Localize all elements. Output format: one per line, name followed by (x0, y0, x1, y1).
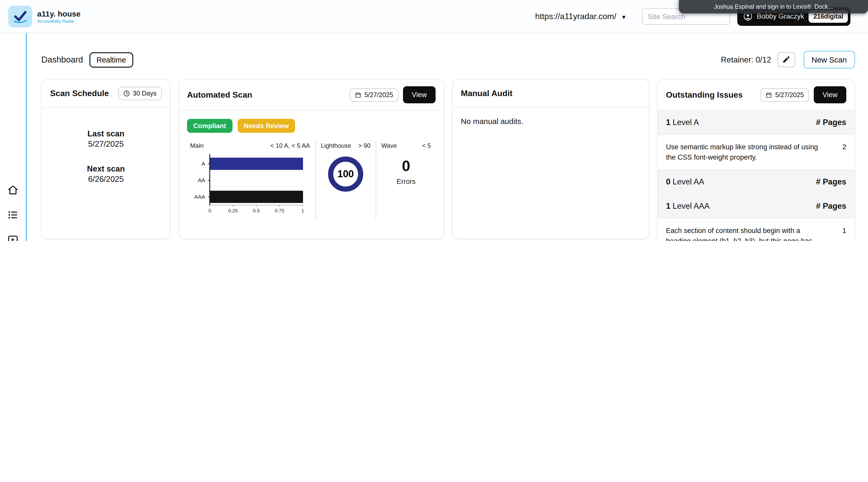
wave-target: < 5 (422, 142, 431, 149)
issue-description: Each section of content should begin wit… (666, 226, 821, 241)
wave-panel: Wave < 5 0 Errors (376, 140, 436, 220)
last-scan-date: 5/27/2025 (88, 139, 124, 149)
toast-text: Joshua Espinal and sign in to Lexis®. Do… (714, 4, 833, 10)
svg-text:AA: AA (198, 177, 205, 183)
last-scan-label: Last scan (87, 129, 124, 138)
wave-label: Wave (381, 142, 397, 149)
issue-page-count: 1 (842, 226, 846, 234)
send-icon[interactable] (7, 233, 19, 241)
site-url: https://a11yradar.com/ (535, 12, 616, 21)
svg-text:0: 0 (209, 208, 211, 213)
automated-scan-stats: Main < 10 A, < 5 AA AAAAAA00.250.50.751 … (179, 139, 444, 220)
home-icon[interactable] (7, 184, 19, 196)
issue-detail-row[interactable]: Use semantic markup like strong instead … (658, 135, 855, 170)
outstanding-date-badge[interactable]: 5/27/2025 (761, 88, 809, 101)
clock-icon (123, 90, 130, 96)
main-panel-label: Main (190, 142, 204, 149)
main-content: Dashboard Realtime Retainer: 0/12 New Sc… (27, 33, 868, 241)
realtime-button[interactable]: Realtime (89, 52, 133, 67)
compliance-bar-chart: AAAAAA00.250.50.751 (190, 150, 308, 218)
next-scan-date: 6/26/2025 (88, 174, 124, 184)
notification-toast[interactable]: Joshua Espinal and sign in to Lexis®. Do… (679, 0, 868, 13)
new-scan-button[interactable]: New Scan (803, 51, 855, 69)
lighthouse-target: > 90 (358, 142, 370, 149)
level-label: 1 Level AAA (666, 201, 710, 211)
pages-column-label: # Pages (816, 201, 846, 211)
automated-scan-date: 5/27/2025 (365, 91, 393, 98)
edit-retainer-button[interactable] (777, 52, 795, 67)
chevron-down-icon: ▼ (621, 14, 627, 20)
issue-detail-row[interactable]: Each section of content should begin wit… (658, 219, 855, 241)
page-title: Dashboard (41, 55, 83, 65)
issue-level-row[interactable]: 1 Level AAA# Pages (658, 194, 855, 219)
app-title: a11y. house (37, 9, 81, 18)
outstanding-date: 5/27/2025 (775, 91, 804, 98)
outstanding-issues-card: Outstanding Issues 5/27/2025 View 1 Leve… (657, 79, 855, 241)
automated-scan-title: Automated Scan (187, 90, 350, 99)
scan-interval-label: 30 Days (133, 90, 157, 97)
page-header: Dashboard Realtime Retainer: 0/12 New Sc… (41, 51, 855, 69)
site-url-selector[interactable]: https://a11yradar.com/ ▼ (535, 12, 627, 21)
svg-text:1: 1 (302, 208, 304, 213)
issue-level-row[interactable]: 0 Level AA# Pages (658, 170, 855, 194)
app-subtitle: Accessibility Radar (37, 18, 81, 24)
main-panel: Main < 10 A, < 5 AA AAAAAA00.250.50.751 (185, 140, 315, 220)
scan-schedule-title: Scan Schedule (50, 89, 118, 98)
list-icon[interactable] (7, 209, 19, 221)
scan-schedule-card: Scan Schedule 30 Days Last scan 5/27/202… (41, 79, 170, 239)
logo-check-icon (8, 5, 32, 27)
issue-level-row[interactable]: 1 Level A# Pages (658, 110, 855, 135)
svg-text:0.5: 0.5 (253, 208, 259, 213)
retainer-counter: Retainer: 0/12 (721, 55, 771, 64)
pages-column-label: # Pages (816, 118, 846, 127)
logo[interactable]: a11y. house Accessibility Radar (8, 5, 81, 27)
lighthouse-score-donut: 100 (328, 157, 363, 192)
automated-scan-view-button[interactable]: View (403, 86, 436, 103)
status-badge[interactable]: Compliant (187, 119, 232, 133)
manual-audit-title: Manual Audit (461, 89, 641, 98)
sidebar (0, 33, 27, 241)
wave-error-caption: Errors (381, 178, 431, 186)
manual-audit-card: Manual Audit No manual audits. (452, 79, 649, 239)
wave-error-count: 0 (381, 158, 431, 174)
manual-audit-empty-text: No manual audits. (453, 107, 649, 135)
pencil-icon (782, 56, 790, 64)
next-scan-label: Next scan (87, 164, 125, 173)
calendar-icon (766, 92, 772, 98)
account-name: Bobby Graczyk (757, 12, 804, 20)
scan-schedule-body: Last scan 5/27/2025 Next scan 6/26/2025 (42, 107, 170, 198)
level-label: 0 Level AA (666, 177, 704, 187)
automated-scan-date-badge[interactable]: 5/27/2025 (350, 88, 398, 101)
level-label: 1 Level A (666, 118, 699, 127)
svg-text:A: A (202, 161, 205, 167)
svg-text:0.75: 0.75 (275, 208, 284, 213)
lighthouse-label: Lighthouse (321, 142, 351, 149)
pages-column-label: # Pages (816, 177, 846, 187)
svg-text:0.25: 0.25 (228, 208, 238, 213)
outstanding-rows: 1 Level A# PagesUse semantic markup like… (658, 110, 855, 241)
scan-interval-badge[interactable]: 30 Days (118, 87, 162, 100)
outstanding-view-button[interactable]: View (814, 86, 846, 103)
svg-text:AAA: AAA (194, 194, 205, 200)
calendar-icon (355, 92, 362, 98)
status-badge[interactable]: Needs Review (238, 119, 295, 133)
issue-page-count: 2 (842, 142, 846, 151)
main-panel-target: < 10 A, < 5 AA (271, 142, 310, 149)
lighthouse-score: 100 (337, 168, 354, 180)
app-root: a11y. house Accessibility Radar https://… (0, 0, 868, 241)
automated-scan-card: Automated Scan 5/27/2025 View CompliantN… (178, 79, 444, 239)
status-badges: CompliantNeeds Review (179, 110, 444, 139)
logo-text: a11y. house Accessibility Radar (37, 9, 81, 24)
outstanding-issues-title: Outstanding Issues (666, 90, 761, 99)
issue-description: Use semantic markup like strong instead … (666, 142, 821, 162)
lighthouse-panel: Lighthouse > 90 100 (315, 140, 376, 220)
